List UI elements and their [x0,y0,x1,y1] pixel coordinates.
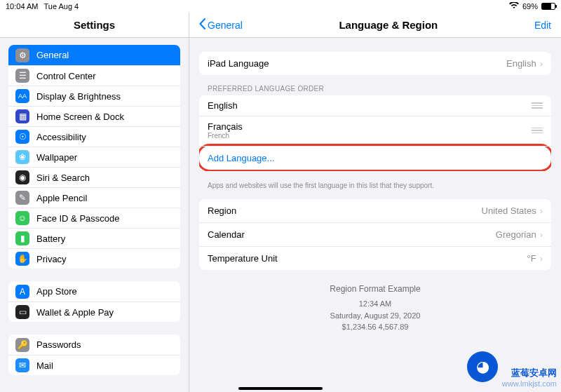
wallpaper-icon: ❀ [15,150,29,164]
sidebar-title: Settings [0,13,189,38]
drag-handle-icon[interactable] [532,102,543,109]
wifi-icon [509,2,519,11]
calendar-row[interactable]: Calendar Gregorian › [199,222,551,246]
detail-pane: General Language & Region Edit iPad Lang… [189,13,561,392]
mail-icon: ✉ [15,358,29,372]
sidebar-item-general[interactable]: ⚙ General [8,45,180,65]
battery-icon [541,3,555,10]
sidebar-item-label: Privacy [36,254,67,264]
sidebar-item-passwords[interactable]: 🔑 Passwords [8,334,180,355]
sidebar-group-3: 🔑 Passwords ✉ Mail [8,334,180,375]
sidebar-item-label: Passwords [36,339,81,350]
siri-icon: ◉ [15,170,29,184]
appstore-icon: A [15,285,29,299]
temperature-row[interactable]: Temperature Unit °F › [199,246,551,270]
sidebar-item-label: Face ID & Passcode [36,213,120,224]
passwords-icon: 🔑 [15,338,29,352]
sidebar-item-wallpaper[interactable]: ❀ Wallpaper [8,147,180,167]
sidebar-group-2: A App Store ▭ Wallet & Apple Pay [8,281,180,322]
sidebar-item-label: Control Center [36,71,96,81]
page-title: Language & Region [339,19,438,31]
wallet-icon: ▭ [15,305,29,319]
sidebar-item-display[interactable]: AA Display & Brightness [8,86,180,106]
privacy-icon: ✋ [15,252,29,266]
detail-header: General Language & Region Edit [189,13,561,38]
sidebar-item-accessibility[interactable]: ☉ Accessibility [8,126,180,147]
example-title: Region Format Example [199,283,551,295]
region-settings-card: Region United States › Calendar Gregoria… [199,199,551,270]
status-date: Tue Aug 4 [43,2,79,11]
pencil-icon: ✎ [15,191,29,205]
controlcenter-icon: ☰ [15,69,29,83]
sidebar-item-label: Display & Brightness [36,91,121,102]
back-label: General [208,20,243,31]
sidebar-item-mail[interactable]: ✉ Mail [8,355,180,375]
sidebar-item-wallet[interactable]: ▭ Wallet & Apple Pay [8,302,180,322]
accessibility-icon: ☉ [15,130,29,144]
back-button[interactable]: General [199,18,243,32]
language-name: English [208,100,238,111]
annotation-highlight: Add Language... [199,144,551,171]
example-time: 12:34 AM [199,298,551,310]
sidebar-item-homescreen[interactable]: ▦ Home Screen & Dock [8,106,180,126]
chevron-right-icon: › [540,58,543,69]
drag-handle-icon[interactable] [532,128,543,134]
chevron-left-icon [199,18,206,32]
sidebar-item-faceid[interactable]: ☺ Face ID & Passcode [8,208,180,228]
settings-sidebar: Settings ⚙ General ☰ Control Center AA D… [0,13,189,392]
language-row-english[interactable]: English [199,95,551,116]
battery-icon: ▮ [15,231,29,245]
chevron-right-icon: › [540,253,543,264]
row-label: Temperature Unit [208,253,278,264]
chevron-right-icon: › [540,205,543,216]
status-bar: 10:04 AM Tue Aug 4 69% [0,0,561,13]
watermark-url: www.lmkjst.com [502,379,557,388]
display-icon: AA [15,89,29,103]
example-date: Saturday, August 29, 2020 [199,310,551,322]
sidebar-item-privacy[interactable]: ✋ Privacy [8,248,180,269]
row-value: United States [482,205,536,216]
home-indicator[interactable] [238,387,323,390]
preferred-languages-card: English Français French Add Language... [199,95,551,171]
row-label: Region [208,205,236,216]
homescreen-icon: ▦ [15,109,29,123]
battery-percent: 69% [522,2,538,11]
add-language-button[interactable]: Add Language... [199,146,551,170]
row-value: Gregorian [496,229,536,240]
sidebar-item-label: Apple Pencil [36,193,87,203]
watermark: 蓝莓安卓网 www.lmkjst.com [502,367,557,388]
sidebar-item-label: Wallet & Apple Pay [36,307,114,318]
section-header: PREFERRED LANGUAGE ORDER [199,82,551,95]
language-native: French [208,132,243,140]
sidebar-item-label: App Store [36,286,77,297]
section-footer: Apps and websites will use the first lan… [199,178,551,189]
watermark-text: 蓝莓安卓网 [502,367,557,379]
edit-button[interactable]: Edit [534,20,551,31]
sidebar-item-label: Home Screen & Dock [36,111,124,122]
sidebar-group-1: ⚙ General ☰ Control Center AA Display & … [8,45,180,269]
gear-icon: ⚙ [15,48,29,62]
sidebar-item-battery[interactable]: ▮ Battery [8,228,180,248]
sidebar-item-appstore[interactable]: A App Store [8,281,180,302]
sidebar-item-label: Battery [36,234,65,244]
faceid-icon: ☺ [15,211,29,225]
ipad-language-card: iPad Language English › [199,52,551,75]
watermark-logo-icon: ◕ [467,351,498,382]
sidebar-item-label: Accessibility [36,132,86,142]
language-row-french[interactable]: Français French [199,116,551,144]
sidebar-item-label: Wallpaper [36,152,77,163]
chevron-right-icon: › [540,229,543,240]
sidebar-item-pencil[interactable]: ✎ Apple Pencil [8,187,180,208]
sidebar-item-siri[interactable]: ◉ Siri & Search [8,167,180,187]
region-format-example: Region Format Example 12:34 AM Saturday,… [199,283,551,333]
sidebar-item-label: Siri & Search [36,173,90,183]
ipad-language-row[interactable]: iPad Language English › [199,52,551,75]
language-name: Français [208,121,243,132]
row-value: °F [527,253,536,264]
sidebar-item-control-center[interactable]: ☰ Control Center [8,65,180,86]
example-numbers: $1,234.56 4,567.89 [199,321,551,333]
row-label: iPad Language [208,58,269,69]
region-row[interactable]: Region United States › [199,199,551,222]
row-label: Calendar [208,229,245,240]
sidebar-item-label: General [36,50,69,60]
